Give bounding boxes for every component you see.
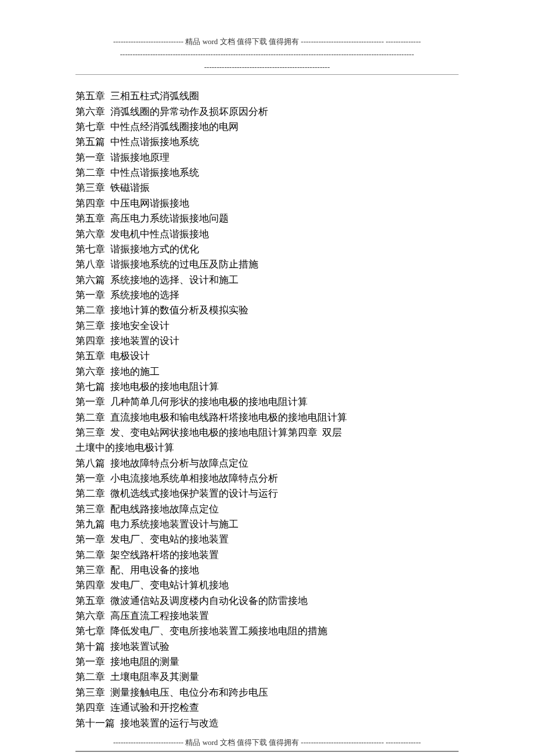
toc-line: 第三章 发、变电站网状接地电极的接地电阻计算第四章 双层 xyxy=(75,425,459,440)
toc-line: 第四章 接地装置的设计 xyxy=(75,334,459,349)
toc-line: 第九篇 电力系统接地装置设计与施工 xyxy=(75,517,459,532)
toc-content: 第五章 三相五柱式消弧线圈第六章 消弧线圈的异常动作及损坏原因分析第七章 中性点… xyxy=(75,89,459,730)
toc-line: 第十一篇 接地装置的运行与改造 xyxy=(75,716,459,731)
header-text-3: ----------------------------------------… xyxy=(75,62,459,73)
toc-line: 第三章 配、用电设备的接地 xyxy=(75,563,459,578)
toc-line: 第二章 直流接地电极和输电线路杆塔接地电极的接地电阻计算 xyxy=(75,410,459,425)
toc-line: 第一章 谐振接地原理 xyxy=(75,150,459,165)
toc-line: 第七章 谐振接地方式的优化 xyxy=(75,242,459,257)
toc-line: 第二章 接地计算的数值分析及模拟实验 xyxy=(75,303,459,318)
toc-line: 第一章 发电厂、变电站的接地装置 xyxy=(75,532,459,547)
toc-line: 第七章 降低发电厂、变电所接地装置工频接地电阻的措施 xyxy=(75,624,459,639)
toc-line: 第二章 架空线路杆塔的接地装置 xyxy=(75,548,459,563)
header-text-1: ---------------------------- 精品 word 文档 … xyxy=(75,36,459,48)
toc-line: 第二章 中性点谐振接地系统 xyxy=(75,165,459,180)
footer-block: ---------------------------- 精品 word 文档 … xyxy=(75,737,459,752)
toc-line: 第四章 发电厂、变电站计算机接地 xyxy=(75,578,459,593)
toc-line: 第一章 小电流接地系统单相接地故障特点分析 xyxy=(75,471,459,486)
toc-line: 第五章 高压电力系统谐振接地问题 xyxy=(75,211,459,226)
toc-line: 第二章 微机选线式接地保护装置的设计与运行 xyxy=(75,486,459,501)
toc-line: 第五章 三相五柱式消弧线圈 xyxy=(75,89,459,104)
toc-line: 第三章 测量接触电压、电位分布和跨步电压 xyxy=(75,685,459,700)
footer-rule xyxy=(75,751,459,752)
toc-line: 第二章 土壤电阻率及其测量 xyxy=(75,670,459,685)
footer-text-1: ---------------------------- 精品 word 文档 … xyxy=(75,737,459,748)
toc-line: 第十篇 接地装置试验 xyxy=(75,639,459,654)
document-page: ---------------------------- 精品 word 文档 … xyxy=(0,0,534,756)
toc-line: 第一章 接地电阻的测量 xyxy=(75,654,459,670)
toc-line: 第七章 中性点经消弧线圈接地的电网 xyxy=(75,120,459,135)
toc-line: 第三章 铁磁谐振 xyxy=(75,180,459,196)
toc-line: 第六章 消弧线圈的异常动作及损坏原因分析 xyxy=(75,104,459,120)
toc-line: 第六章 高压直流工程接地装置 xyxy=(75,609,459,624)
toc-line: 第四章 连通试验和开挖检查 xyxy=(75,700,459,715)
header-rule xyxy=(75,74,459,75)
toc-line: 第六章 发电机中性点谐振接地 xyxy=(75,227,459,242)
toc-line: 第五篇 中性点谐振接地系统 xyxy=(75,135,459,150)
toc-line: 第三章 配电线路接地故障点定位 xyxy=(75,502,459,517)
toc-line: 第六篇 系统接地的选择、设计和施工 xyxy=(75,273,459,288)
toc-line: 第六章 接地的施工 xyxy=(75,364,459,379)
toc-line: 第五章 微波通信站及调度楼内自动化设备的防雷接地 xyxy=(75,594,459,609)
toc-line: 第一章 几种简单几何形状的接地电极的接地电阻计算 xyxy=(75,395,459,410)
toc-line: 第八章 谐振接地系统的过电压及防止措施 xyxy=(75,257,459,272)
toc-line: 第七篇 接地电极的接地电阻计算 xyxy=(75,379,459,395)
toc-line: 第一章 系统接地的选择 xyxy=(75,288,459,303)
toc-line: 第四章 中压电网谐振接地 xyxy=(75,196,459,211)
toc-line: 第八篇 接地故障特点分析与故障点定位 xyxy=(75,456,459,471)
header-text-2: ----------------------------------------… xyxy=(75,49,459,60)
toc-line: 第三章 接地安全设计 xyxy=(75,319,459,334)
toc-line: 土壤中的接地电极计算 xyxy=(75,440,459,455)
toc-line: 第五章 电极设计 xyxy=(75,349,459,364)
